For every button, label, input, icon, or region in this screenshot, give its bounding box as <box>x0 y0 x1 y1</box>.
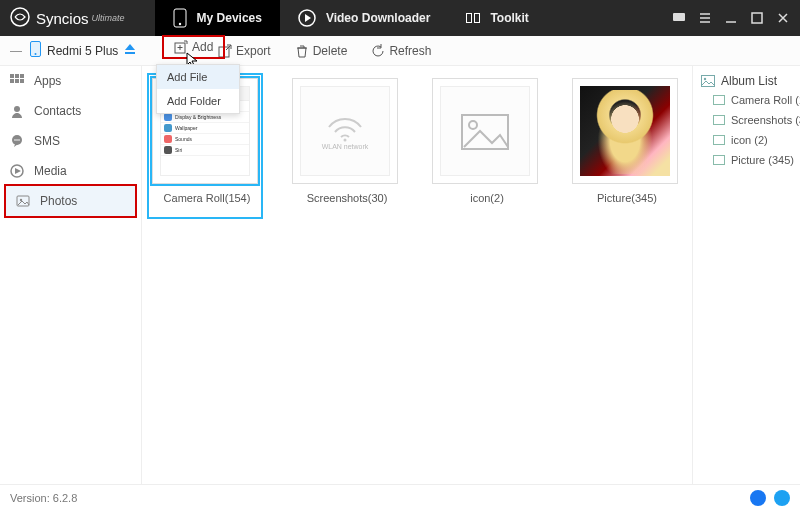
rp-item-icon[interactable]: icon (2) <box>693 130 800 150</box>
subbar: — Redmi 5 Plus Add Export Delete Refresh… <box>0 36 800 66</box>
eject-icon[interactable] <box>124 43 136 58</box>
device-phone-icon <box>30 41 41 60</box>
tab-label: Toolkit <box>490 11 528 25</box>
svg-rect-32 <box>714 136 725 145</box>
album-label: Picture(345) <box>572 192 682 204</box>
svg-rect-16 <box>20 79 24 83</box>
maximize-icon[interactable] <box>750 11 764 25</box>
thumb-image-icon <box>440 86 530 176</box>
twitter-icon[interactable] <box>774 490 790 506</box>
delete-button[interactable]: Delete <box>285 41 358 61</box>
svg-rect-33 <box>714 156 725 165</box>
svg-point-25 <box>344 138 347 141</box>
refresh-icon <box>371 44 385 58</box>
album-label: Camera Roll(154) <box>152 192 262 204</box>
svg-rect-14 <box>10 79 14 83</box>
tab-label: My Devices <box>197 11 262 25</box>
svg-point-21 <box>18 139 20 141</box>
media-icon <box>10 164 24 178</box>
trash-icon <box>295 44 309 58</box>
device-name: Redmi 5 Plus <box>47 44 118 58</box>
svg-rect-12 <box>15 74 19 78</box>
rp-item-label: Picture (345) <box>731 154 794 166</box>
image-small-icon <box>713 155 725 165</box>
app-logo-icon <box>10 7 30 30</box>
sidebar-item-label: Apps <box>34 74 61 88</box>
tab-toolkit[interactable]: Toolkit <box>448 0 546 36</box>
svg-point-7 <box>35 53 37 55</box>
photos-icon <box>16 194 30 208</box>
thumb-photo <box>580 86 670 176</box>
album-picture[interactable]: Picture(345) <box>572 78 682 204</box>
app-subtitle: Ultimate <box>92 13 125 23</box>
image-small-icon <box>713 135 725 145</box>
menu-icon[interactable] <box>698 11 712 25</box>
sidebar-item-sms[interactable]: SMS <box>0 126 141 156</box>
image-small-icon <box>713 95 725 105</box>
image-small-icon <box>713 115 725 125</box>
svg-point-29 <box>704 78 706 80</box>
svg-point-19 <box>14 139 16 141</box>
message-icon[interactable] <box>672 11 686 25</box>
svg-rect-5 <box>752 13 762 23</box>
delete-label: Delete <box>313 44 348 58</box>
dropdown-add-folder[interactable]: Add Folder <box>157 89 239 113</box>
center-panel: General Display & Brightness Wallpaper S… <box>142 66 692 484</box>
album-screenshots[interactable]: WLAN network Screenshots(30) <box>292 78 402 204</box>
add-dropdown: Add File Add Folder <box>156 64 240 114</box>
rp-item-picture[interactable]: Picture (345) <box>693 150 800 170</box>
album-icon[interactable]: icon(2) <box>432 78 542 204</box>
sidebar-item-apps[interactable]: Apps <box>0 66 141 96</box>
sidebar-item-label: Contacts <box>34 104 81 118</box>
sidebar: Apps Contacts SMS Media Photos <box>0 66 142 484</box>
titlebar: Syncios Ultimate My Devices Video Downlo… <box>0 0 800 36</box>
svg-point-20 <box>16 139 18 141</box>
apps-icon <box>10 74 24 88</box>
window-controls <box>672 11 800 25</box>
statusbar: Version: 6.2.8 <box>0 484 800 510</box>
body: Apps Contacts SMS Media Photos <box>0 66 800 484</box>
facebook-icon[interactable] <box>750 490 766 506</box>
sidebar-item-label: Media <box>34 164 67 178</box>
minimize-icon[interactable] <box>724 11 738 25</box>
svg-rect-13 <box>20 74 24 78</box>
rp-item-screenshots[interactable]: Screenshots (30) <box>693 110 800 130</box>
sms-icon <box>10 134 24 148</box>
tab-video-downloader[interactable]: Video Downloader <box>280 0 448 36</box>
contacts-icon <box>10 104 24 118</box>
svg-point-27 <box>469 121 477 129</box>
close-icon[interactable] <box>776 11 790 25</box>
play-circle-icon <box>298 9 316 27</box>
svg-point-0 <box>11 8 29 26</box>
rp-item-camera-roll[interactable]: Camera Roll (154) <box>693 90 800 110</box>
toolkit-icon <box>466 13 480 23</box>
right-panel: Album List Camera Roll (154) Screenshots… <box>692 66 800 484</box>
dash-icon: — <box>10 44 22 58</box>
refresh-label: Refresh <box>389 44 431 58</box>
image-small-icon <box>701 75 715 87</box>
sidebar-item-photos[interactable]: Photos <box>4 184 137 218</box>
wifi-text: WLAN network <box>322 143 369 150</box>
svg-rect-26 <box>462 115 508 149</box>
right-panel-title-row: Album List <box>693 72 800 90</box>
rp-item-label: icon (2) <box>731 134 768 146</box>
svg-rect-28 <box>702 76 715 87</box>
version-text: Version: 6.2.8 <box>10 492 77 504</box>
device-section[interactable]: — Redmi 5 Plus <box>8 41 150 60</box>
svg-rect-31 <box>714 116 725 125</box>
toolbar: Add Export Delete Refresh Add File Add F… <box>150 36 800 65</box>
phone-icon <box>173 8 187 28</box>
right-panel-title: Album List <box>721 74 777 88</box>
svg-rect-11 <box>10 74 14 78</box>
svg-rect-8 <box>125 52 135 54</box>
sidebar-item-contacts[interactable]: Contacts <box>0 96 141 126</box>
sidebar-item-label: Photos <box>40 194 77 208</box>
svg-rect-4 <box>673 13 685 21</box>
rp-item-label: Screenshots (30) <box>731 114 800 126</box>
sidebar-item-media[interactable]: Media <box>0 156 141 186</box>
thumb-wifi-icon: WLAN network <box>322 113 369 150</box>
tab-my-devices[interactable]: My Devices <box>155 0 280 36</box>
refresh-button[interactable]: Refresh <box>361 41 441 61</box>
svg-point-17 <box>14 106 20 112</box>
dropdown-add-file[interactable]: Add File <box>157 65 239 89</box>
